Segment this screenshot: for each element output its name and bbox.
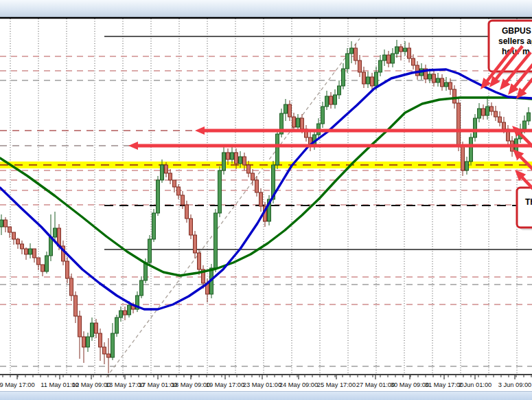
x-axis-label: 24 May 09:00 [279,381,318,388]
plot-layer: 9 May 17:0011 May 01:0012 May 09:0013 Ma… [0,18,532,388]
x-axis-label: 27 May 01:00 [356,381,395,388]
callout-line: GBPUS [502,26,531,36]
x-axis-label: 12 May 09:00 [72,381,111,388]
annotation-callout-note[interactable]: Th [517,188,532,230]
price-chart[interactable]: 9 May 17:0011 May 01:0012 May 09:0013 Ma… [0,0,532,400]
annotation-callout-sellers[interactable]: GBPUS sellers ag hour m [489,21,532,74]
callout-line: sellers ag [498,36,532,46]
chart-window: 9 May 17:0011 May 01:0012 May 09:0013 Ma… [0,0,532,400]
callout-box [517,188,532,227]
x-axis-label: 3 Jun 09:00 [498,381,532,388]
callout-line: Th [525,197,532,207]
x-axis-label: 2 Jun 01:00 [459,381,492,388]
x-axis-label: 19 May 17:00 [206,381,244,388]
x-axis-label: 18 May 09:00 [172,381,210,388]
x-axis-label: 9 May 17:00 [0,381,35,388]
x-axis-label: 23 May 01:00 [243,381,281,388]
x-axis-label: 30 May 09:00 [391,381,429,388]
x-axis-label: 25 May 17:00 [317,381,356,388]
